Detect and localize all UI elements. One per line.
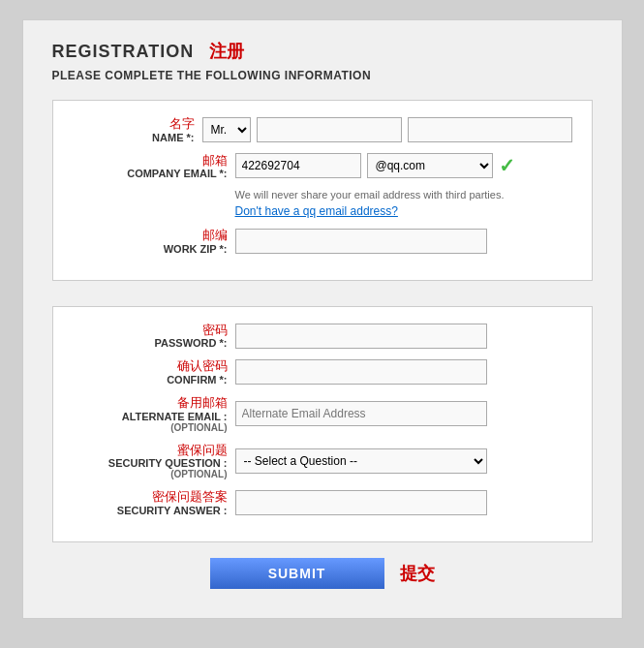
email-valid-icon: ✓: [499, 154, 515, 177]
security-question-select[interactable]: -- Select a Question -- What is your mot…: [235, 448, 487, 474]
security-answer-label-cn: 密保问题答案: [152, 489, 228, 505]
password-label-cn: 密码: [202, 323, 228, 338]
alternate-label-cn: 备用邮箱: [177, 395, 228, 411]
submit-label-cn: 提交: [400, 562, 435, 585]
name-last-input[interactable]: [408, 117, 572, 142]
zip-label-cn: 邮编: [202, 228, 228, 243]
no-qq-link[interactable]: Don't have a qq email address?: [235, 204, 572, 218]
security-question-label-cn: 蜜保问题: [177, 443, 228, 458]
security-answer-label-en: SECURITY ANSWER :: [117, 505, 228, 516]
alternate-label-sub: (OPTIONAL): [170, 422, 227, 433]
security-answer-input[interactable]: [235, 490, 487, 515]
confirm-label-en: CONFIRM *:: [167, 374, 227, 386]
subtitle: PLEASE COMPLETE THE FOLLOWING INFORMATIO…: [52, 69, 593, 82]
confirm-label-cn: 确认密码: [177, 358, 228, 374]
name-label-cn: 名字: [169, 116, 195, 132]
security-question-label-en: SECURITY QUESTION :: [108, 457, 228, 469]
email-input[interactable]: [235, 153, 361, 178]
email-label-en: COMPANY EMAIL *:: [127, 168, 227, 179]
password-label-en: PASSWORD *:: [155, 337, 228, 349]
alternate-label-en: ALTERNATE EMAIL :: [122, 411, 228, 422]
security-question-label-sub: (OPTIONAL): [170, 469, 227, 479]
registration-title-cn: 注册: [209, 40, 244, 63]
name-first-input[interactable]: [257, 117, 402, 142]
password-input[interactable]: [235, 324, 487, 349]
alternate-email-input[interactable]: [235, 401, 487, 426]
confirm-input[interactable]: [235, 359, 487, 385]
zip-input[interactable]: [235, 229, 487, 254]
submit-button[interactable]: SUBMIT: [210, 558, 384, 589]
zip-label-en: WORK ZIP *:: [164, 243, 228, 255]
registration-title: REGISTRATION: [52, 42, 195, 62]
email-label-cn: 邮箱: [202, 153, 228, 169]
name-title-select[interactable]: Mr. Ms. Mrs. Dr.: [202, 117, 251, 142]
name-label-en: NAME *:: [152, 132, 194, 143]
email-domain-select[interactable]: @qq.com @gmail.com @yahoo.com @hotmail.c…: [367, 153, 493, 178]
email-privacy-note: We will never share your email address w…: [235, 189, 572, 201]
